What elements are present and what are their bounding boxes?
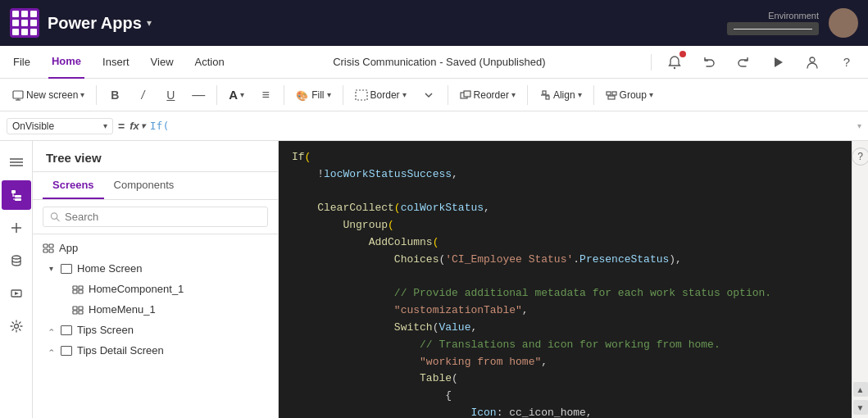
tab-components[interactable]: Components	[104, 172, 184, 199]
new-screen-label: New screen	[26, 89, 78, 101]
treeview-icon	[10, 189, 23, 202]
group-button[interactable]: Group ▾	[600, 87, 659, 103]
toolbar-sep-6	[527, 85, 528, 105]
svg-rect-22	[15, 198, 21, 201]
svg-rect-13	[607, 92, 611, 95]
strikethrough-button[interactable]: —	[186, 84, 211, 107]
tips-screen-label: Tips Screen	[77, 324, 134, 336]
font-button[interactable]: A ▾	[223, 85, 250, 104]
add-button[interactable]	[2, 213, 31, 243]
code-line-2: !locWorkStatusSuccess,	[292, 166, 838, 184]
play-button[interactable]	[766, 51, 789, 74]
help-side-button[interactable]: ?	[852, 148, 869, 166]
svg-point-27	[12, 256, 20, 259]
align-button[interactable]: ≡	[253, 84, 278, 107]
formula-text: If(	[150, 120, 169, 132]
group-icon	[606, 89, 617, 101]
fill-button[interactable]: 🎨 Fill ▾	[290, 86, 336, 104]
plus-icon	[10, 221, 23, 234]
menu-action[interactable]: Action	[192, 46, 228, 79]
treeview-button[interactable]	[2, 180, 31, 210]
right-panel: ? ▲ ▼	[852, 141, 868, 418]
formula-expand-button[interactable]: ▾	[857, 121, 861, 130]
scroll-up-button[interactable]: ▲	[853, 382, 868, 397]
code-line-12: // Translations and icon for working fro…	[292, 337, 838, 354]
svg-rect-21	[15, 195, 21, 198]
svg-rect-3	[13, 91, 23, 98]
environment-value: ————————	[727, 22, 819, 35]
user-icon	[806, 56, 819, 69]
svg-rect-34	[49, 244, 53, 248]
menu-insert[interactable]: Insert	[99, 46, 133, 79]
border-button[interactable]: Border ▾	[349, 87, 412, 103]
tab-screens[interactable]: Screens	[43, 172, 104, 199]
bell-icon-button[interactable]	[663, 51, 686, 74]
code-line-10: "customizationTable",	[292, 302, 838, 320]
tips-detail-screen-label: Tips Detail Screen	[77, 344, 164, 357]
tree-item-home-component-1[interactable]: HomeComponent_1	[33, 279, 278, 299]
chevron-button[interactable]	[416, 85, 442, 105]
formula-fx-button[interactable]: fx ▾	[130, 120, 145, 132]
svg-text:🎨: 🎨	[296, 89, 308, 102]
menu-view[interactable]: View	[148, 46, 177, 79]
svg-rect-36	[49, 249, 53, 252]
menu-right-icons: ?	[651, 51, 858, 74]
code-line-9: // Provide additional metadata for each …	[292, 285, 838, 302]
toolbar-sep-5	[448, 85, 448, 105]
tree-panel: Tree view Screens Components	[33, 141, 279, 418]
tree-item-home-screen[interactable]: ▾ Home Screen	[33, 258, 278, 279]
property-name: OnVisible	[12, 120, 54, 132]
hamburger-button[interactable]	[2, 148, 31, 177]
tips-detail-screen-chevron: ›	[47, 346, 56, 356]
italic-button[interactable]: /	[130, 84, 155, 107]
toolbar-sep-3	[284, 85, 284, 105]
scroll-down-button[interactable]: ▼	[853, 400, 868, 415]
toolbar-sep-2	[216, 85, 217, 105]
user-button[interactable]	[801, 51, 824, 74]
align-icon: ≡	[262, 88, 270, 102]
app-title-chevron[interactable]: ▾	[147, 17, 152, 29]
svg-rect-42	[79, 307, 83, 310]
redo-button[interactable]	[732, 51, 755, 74]
settings-icon	[10, 320, 23, 333]
tree-item-tips-detail-screen[interactable]: › Tips Detail Screen	[33, 340, 278, 361]
menu-file[interactable]: File	[10, 46, 34, 79]
underline-button[interactable]: U	[158, 84, 183, 107]
font-label: A	[229, 88, 238, 102]
data-button[interactable]	[2, 246, 31, 275]
code-editor[interactable]: If( !locWorkStatusSuccess, ClearCollect(…	[279, 141, 852, 418]
tree-item-home-menu-1[interactable]: HomeMenu_1	[33, 299, 278, 320]
code-line-1: If(	[292, 149, 838, 166]
code-line-14: Table(	[292, 370, 838, 388]
code-line-7: Choices('CI_Employee Status'.PresenceSta…	[292, 252, 838, 269]
media-button[interactable]	[2, 279, 31, 308]
property-selector[interactable]: OnVisible ▾	[7, 118, 113, 134]
reorder-button[interactable]: Reorder ▾	[454, 87, 521, 103]
svg-rect-15	[608, 96, 615, 99]
waffle-button[interactable]	[10, 8, 39, 38]
tree-item-app[interactable]: App	[33, 238, 278, 258]
new-screen-button[interactable]: New screen ▾	[7, 87, 90, 103]
settings-button[interactable]	[2, 311, 31, 341]
tree-item-tips-screen[interactable]: › Tips Screen	[33, 320, 278, 340]
bold-button[interactable]: B	[102, 84, 127, 107]
svg-rect-33	[43, 244, 48, 248]
formula-content[interactable]: If(	[150, 120, 852, 132]
new-screen-icon	[12, 89, 24, 101]
bell-icon	[667, 55, 682, 70]
align2-button[interactable]: Align ▾	[534, 87, 588, 103]
svg-rect-19	[11, 190, 16, 193]
undo-button[interactable]	[698, 51, 720, 74]
search-box	[43, 207, 268, 227]
help-button[interactable]: ?	[835, 51, 858, 74]
svg-rect-44	[79, 311, 83, 314]
search-input[interactable]	[65, 211, 261, 223]
project-status: Crisis Communication - Saved (Unpublishe…	[333, 56, 545, 68]
home-menu-1-label: HomeMenu_1	[89, 303, 156, 316]
tree-search-container	[33, 200, 278, 234]
avatar[interactable]	[829, 8, 858, 38]
svg-rect-40	[79, 290, 83, 293]
svg-rect-11	[543, 91, 546, 94]
menu-home[interactable]: Home	[48, 46, 84, 79]
code-line-11: Switch(Value,	[292, 320, 838, 337]
